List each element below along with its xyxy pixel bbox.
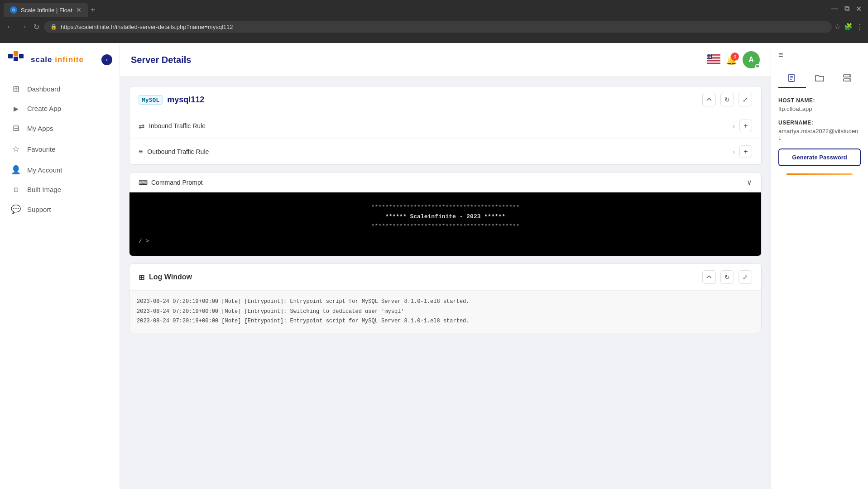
logo-text: scale infinite	[31, 55, 84, 64]
my-apps-icon: ⊟	[11, 123, 21, 133]
terminal-line-1: ****************************************…	[371, 204, 520, 211]
panel-tabs	[778, 69, 861, 88]
terminal[interactable]: ****************************************…	[129, 192, 761, 256]
outbound-traffic-rule[interactable]: ≡ Outbound Traffic Rule › +	[129, 139, 761, 164]
avatar[interactable]: A	[743, 51, 760, 68]
panel-tab-folder[interactable]	[806, 69, 834, 88]
forward-btn[interactable]: →	[18, 21, 29, 33]
main-content: Server Details	[120, 43, 771, 489]
my-account-icon: 👤	[11, 165, 21, 175]
svg-rect-2	[14, 57, 18, 61]
username-value: amartya.misra2022@vitstudent.	[778, 128, 861, 141]
sidebar-item-my-account[interactable]: 👤 My Account	[0, 159, 120, 180]
sidebar-item-label: Support	[27, 206, 51, 213]
sidebar-item-dashboard[interactable]: ⊞ Dashboard	[0, 78, 120, 99]
log-refresh-btn[interactable]: ↻	[720, 270, 734, 284]
address-bar[interactable]: 🔒 https://scaleinfinite.fr/installed-ser…	[44, 21, 832, 33]
close-window-btn[interactable]: ✕	[856, 5, 862, 13]
log-window-section: ⊞ Log Window ↻ ⤢	[129, 264, 762, 333]
support-icon: 💬	[11, 204, 21, 214]
sidebar-nav: ⊞ Dashboard ▶ Create App ⊟ My Apps ☆ Fav…	[0, 78, 120, 482]
svg-rect-0	[8, 54, 13, 58]
inbound-add-btn[interactable]: +	[739, 120, 752, 132]
host-name-label: HOST NAME:	[778, 97, 861, 104]
sidebar-item-built-image[interactable]: ⊡ Built Image	[0, 180, 120, 199]
doc-icon	[787, 73, 796, 82]
svg-rect-1	[14, 51, 18, 56]
svg-point-18	[707, 57, 708, 58]
new-tab-btn[interactable]: +	[91, 5, 96, 15]
svg-point-28	[849, 80, 850, 81]
server-icon	[843, 73, 852, 82]
dashboard-icon: ⊞	[11, 84, 21, 94]
reload-btn[interactable]: ↻	[32, 21, 41, 33]
sidebar-item-my-apps[interactable]: ⊟ My Apps	[0, 118, 120, 139]
content-area: MySQL mysql112 ↻ ⤢	[120, 77, 771, 489]
terminal-prompt[interactable]: / >	[139, 238, 149, 244]
language-selector[interactable]	[707, 54, 720, 66]
notification-btn[interactable]: 🔔 0	[726, 54, 737, 65]
inbound-traffic-rule[interactable]: ⇄ Inbound Traffic Rule › +	[129, 113, 761, 139]
sidebar-item-create-app[interactable]: ▶ Create App	[0, 99, 120, 118]
right-panel-header: ≡	[778, 50, 861, 60]
username-label: USERNAME:	[778, 120, 861, 126]
sidebar-item-label: Favourite	[27, 145, 56, 153]
log-window-icon: ⊞	[139, 273, 144, 282]
panel-tab-doc[interactable]	[778, 69, 806, 88]
server-card-header: MySQL mysql112 ↻ ⤢	[129, 86, 761, 113]
hamburger-icon[interactable]: ≡	[778, 50, 783, 60]
mysql-icon: MySQL	[139, 95, 163, 105]
outbound-rule-icon: ≡	[139, 148, 143, 156]
collapse-btn[interactable]	[702, 93, 716, 106]
flag-icon	[707, 54, 720, 64]
outbound-rule-label: Outbound Traffic Rule	[147, 148, 209, 155]
extensions-icon[interactable]: 🧩	[844, 23, 853, 31]
sidebar-item-support[interactable]: 💬 Support	[0, 199, 120, 220]
server-name: mysql112	[167, 95, 204, 105]
svg-point-17	[710, 56, 711, 57]
fullscreen-btn[interactable]: ⤢	[739, 93, 752, 106]
log-entry-1: 2023-08-24 07:20:19+00:00 [Note] [Entryp…	[137, 297, 754, 307]
bookmark-star-icon[interactable]: ☆	[834, 23, 840, 31]
command-prompt-label: Command Prompt	[151, 179, 203, 186]
server-card: MySQL mysql112 ↻ ⤢	[129, 86, 762, 165]
menu-icon[interactable]: ⋮	[856, 23, 863, 31]
header-actions: 🔔 0 A	[707, 51, 760, 68]
svg-point-14	[710, 54, 711, 55]
generate-password-btn[interactable]: Generate Password	[778, 149, 861, 166]
tab-favicon: S	[10, 6, 17, 14]
tab-close-btn[interactable]: ✕	[76, 6, 82, 14]
log-window-header: ⊞ Log Window ↻ ⤢	[129, 264, 761, 291]
panel-tab-server[interactable]	[833, 69, 861, 88]
sidebar-toggle-btn[interactable]: ‹	[101, 54, 112, 65]
command-prompt-icon: ⌨	[139, 179, 148, 186]
maximize-btn[interactable]: ⧉	[844, 5, 849, 13]
orange-divider	[786, 173, 853, 175]
notification-badge: 0	[731, 53, 739, 61]
sidebar-item-label: Built Image	[27, 186, 61, 193]
refresh-btn[interactable]: ↻	[720, 93, 734, 106]
minimize-btn[interactable]: —	[831, 5, 838, 13]
sidebar-item-favourite[interactable]: ☆ Favourite	[0, 139, 120, 159]
server-panel: MySQL mysql112 ↻ ⤢	[129, 86, 762, 480]
log-collapse-btn[interactable]	[702, 270, 716, 284]
outbound-add-btn[interactable]: +	[739, 145, 752, 158]
sidebar: scale infinite ‹ ⊞ Dashboard ▶ Create Ap…	[0, 43, 120, 489]
svg-rect-3	[19, 54, 24, 58]
svg-rect-8	[707, 59, 720, 60]
command-prompt-header[interactable]: ⌨ Command Prompt ∨	[129, 173, 761, 192]
log-entry-3: 2023-08-24 07:20:19+00:00 [Note] [Entryp…	[137, 316, 754, 326]
svg-point-27	[849, 76, 850, 77]
page-title: Server Details	[131, 55, 191, 65]
server-actions: ↻ ⤢	[702, 93, 752, 106]
svg-point-12	[707, 54, 708, 55]
svg-point-13	[709, 54, 710, 55]
back-btn[interactable]: ←	[5, 21, 15, 33]
logo-icon	[7, 50, 26, 69]
log-entry-2: 2023-08-24 07:20:19+00:00 [Note] [Entryp…	[137, 307, 754, 317]
built-image-icon: ⊡	[11, 186, 21, 193]
terminal-title: ****** Scaleinfinite - 2023 ******	[385, 213, 505, 220]
inbound-rule-icon: ⇄	[139, 122, 144, 130]
log-fullscreen-btn[interactable]: ⤢	[739, 270, 752, 284]
browser-tab[interactable]: S Scale Infinite | Float ✕	[4, 3, 88, 17]
